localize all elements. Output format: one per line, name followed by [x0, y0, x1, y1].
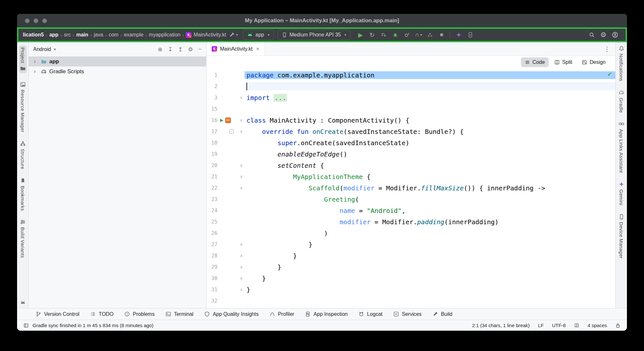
breadcrumb-item[interactable]: myapplication — [148, 32, 182, 38]
encoding-widget[interactable]: UTF-8 — [552, 323, 566, 328]
device-selector[interactable]: Medium Phone API 35 ▾ — [278, 30, 351, 40]
fold-marker-icon[interactable]: ∧ — [238, 261, 245, 273]
tool-button-terminal[interactable]: Terminal — [166, 311, 193, 317]
code-line-text[interactable]: Greeting( — [245, 196, 615, 203]
run-class-icon[interactable]: ▶ — [220, 115, 224, 126]
titlebar[interactable]: My Application – MainActivity.kt [My_App… — [17, 14, 627, 27]
code-line-text[interactable]: } — [245, 275, 615, 282]
indent-widget[interactable]: 4 spaces — [588, 323, 607, 328]
code-line-text[interactable]: setContent { — [245, 162, 615, 169]
inspections-status-icon[interactable]: ✔ — [607, 71, 612, 78]
profiler-tasks-button[interactable] — [425, 29, 436, 40]
tool-stripe-button-gemini[interactable]: Gemini — [619, 181, 624, 205]
locate-file-button[interactable]: ⊕ — [158, 46, 162, 53]
caret-position-widget[interactable]: 2:1 (34 chars, 1 line break) — [472, 323, 530, 328]
minimize-window-button[interactable] — [34, 18, 38, 23]
fold-marker-icon[interactable]: ∧ — [238, 273, 245, 284]
project-view-selector[interactable]: Android — [33, 46, 51, 52]
collapse-all-button[interactable]: ↥ — [178, 46, 183, 53]
code-line-text[interactable]: package com.example.myapplication — [245, 71, 615, 79]
run-config-selector[interactable]: app ▾ — [243, 30, 274, 40]
tool-button-profiler[interactable]: Profiler — [270, 311, 294, 317]
tool-stripe-button-build-variants[interactable]: Build Variants — [20, 219, 26, 258]
profile-avatar-button[interactable] — [610, 29, 620, 40]
tool-button-version-control[interactable]: Version Control — [36, 311, 79, 317]
code-line-text[interactable]: super.onCreate(savedInstanceState) — [245, 139, 615, 147]
fold-marker-icon[interactable]: ∨ — [238, 126, 245, 137]
tool-stripe-button-device-manager[interactable]: Device Manager — [619, 214, 624, 258]
debug-button[interactable] — [390, 29, 401, 40]
code-line-text[interactable]: modifier = Modifier.padding(innerPadding… — [245, 218, 615, 226]
breadcrumb-item[interactable]: example — [123, 32, 145, 38]
fold-marker-icon[interactable]: ∧ — [238, 284, 245, 295]
fold-marker-icon[interactable]: ∨ — [238, 115, 245, 126]
chevron-right-icon[interactable]: › — [34, 68, 38, 75]
code-editor[interactable]: ✔ 1package com.example.myapplication23∨i… — [207, 69, 615, 308]
breadcrumb-item[interactable]: lication5 — [22, 32, 45, 38]
search-everywhere-button[interactable] — [586, 29, 597, 40]
stop-button[interactable]: ■ — [436, 29, 447, 40]
panel-settings-button[interactable]: ⚙ — [188, 46, 193, 53]
fold-marker-icon[interactable]: ∧ — [238, 239, 245, 250]
code-line-text[interactable]: class MainActivity : ComponentActivity()… — [245, 116, 615, 124]
breadcrumb-item[interactable]: main — [75, 32, 90, 38]
breadcrumb-item[interactable]: src — [62, 32, 72, 38]
hide-panel-button[interactable]: − — [198, 46, 202, 53]
stripe-android-icon[interactable] — [20, 300, 26, 306]
code-line-text[interactable]: Scaffold(modifier = Modifier.fillMaxSize… — [245, 184, 615, 192]
tree-item-gradle-scripts[interactable]: ›Gradle Scripts — [29, 66, 206, 76]
editor-tab[interactable]: K MainActivity.kt × — [207, 42, 265, 55]
fold-marker-icon[interactable]: ∧ — [238, 250, 245, 261]
tool-button-services[interactable]: Services — [393, 311, 421, 317]
code-line-text[interactable]: } — [245, 263, 615, 271]
reader-mode-icon[interactable] — [574, 323, 579, 328]
fold-marker-icon[interactable]: ∨ — [238, 160, 245, 171]
expand-all-button[interactable]: ↧ — [168, 46, 172, 53]
tool-button-problems[interactable]: Problems — [124, 311, 155, 317]
fold-marker-icon[interactable]: ∨ — [238, 182, 245, 194]
tool-stripe-button-gradle[interactable]: Gradle — [619, 90, 624, 113]
code-line-text[interactable]: } — [245, 241, 615, 248]
tree-item-app[interactable]: ›app — [29, 56, 206, 66]
status-message[interactable]: Gradle sync finished in 1 m 45 s 834 ms … — [33, 323, 153, 328]
breadcrumb-item[interactable]: app — [48, 32, 60, 38]
build-tools-button[interactable]: ▾ — [228, 29, 239, 40]
tool-button-app-inspection[interactable]: App Inspection — [305, 311, 348, 317]
code-line-text[interactable]: } — [245, 286, 615, 294]
tool-button-todo[interactable]: TODO — [90, 311, 113, 317]
settings-button[interactable]: ⚙ — [598, 29, 609, 40]
compose-icon[interactable]: <> — [225, 117, 231, 123]
tool-stripe-button-notifications[interactable]: Notifications — [619, 45, 624, 81]
code-line-text[interactable]: MyApplicationTheme { — [245, 173, 615, 181]
breadcrumb-item[interactable]: com — [107, 32, 120, 38]
tool-stripe-button-app-links-assistant[interactable]: App Links Assistant — [619, 121, 624, 173]
close-window-button[interactable] — [25, 18, 30, 23]
tool-stripe-button-resource-manager[interactable]: Resource Manager — [20, 82, 26, 132]
tool-stripe-button-project[interactable]: Project — [19, 45, 27, 73]
chevron-right-icon[interactable]: › — [34, 58, 38, 65]
lock-icon[interactable] — [615, 323, 620, 328]
apply-changes-button[interactable]: ↻ — [367, 29, 378, 40]
fold-marker-icon[interactable]: ∨ — [238, 171, 245, 182]
apply-code-changes-button[interactable] — [378, 29, 389, 40]
code-line-text[interactable]: ) — [245, 229, 615, 237]
breadcrumb-item[interactable]: KMainActivity.kt — [185, 32, 227, 38]
layout-toggle-icon[interactable] — [24, 323, 29, 328]
line-separator-widget[interactable]: LF — [538, 323, 544, 328]
editor-menu-button[interactable]: ⋮ — [604, 45, 615, 53]
running-devices-button[interactable] — [465, 29, 476, 40]
close-tab-button[interactable]: × — [256, 46, 259, 52]
run-button[interactable]: ▶ — [355, 29, 366, 40]
gemini-button[interactable] — [453, 29, 464, 40]
code-line-text[interactable]: } — [245, 252, 615, 260]
zoom-window-button[interactable] — [42, 18, 47, 23]
tool-stripe-button-bookmarks[interactable]: Bookmarks — [20, 178, 26, 211]
view-mode-code[interactable]: Code — [521, 57, 549, 67]
code-line-text[interactable]: name = "Android", — [245, 207, 615, 215]
code-line-text[interactable]: enableEdgeToEdge() — [245, 150, 615, 158]
tool-button-app-quality-insights[interactable]: App Quality Insights — [204, 311, 258, 317]
attach-debugger-button[interactable] — [401, 29, 412, 40]
profiler-button[interactable]: ∩▾ — [413, 29, 424, 40]
override-icon[interactable]: ↑ — [229, 129, 234, 134]
code-line-text[interactable]: import ... — [245, 94, 615, 102]
